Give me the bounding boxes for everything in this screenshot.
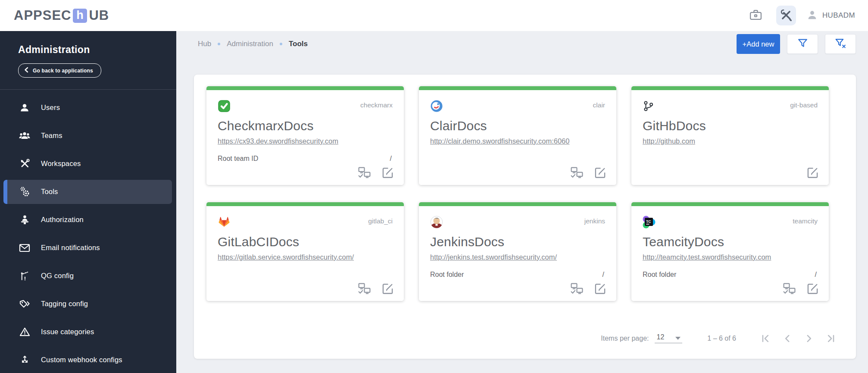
card-status-bar — [419, 202, 616, 206]
admin-tools-button[interactable] — [776, 6, 796, 25]
edit-button[interactable] — [380, 165, 395, 180]
tool-type-label: gitlab_ci — [368, 217, 393, 225]
sidebar-item-workspaces[interactable]: Workspaces — [0, 150, 176, 178]
edit-button[interactable] — [592, 165, 608, 180]
jenkins-icon — [430, 216, 443, 230]
sidebar-item-label: Authorization — [41, 216, 84, 224]
tool-card-clair: clair ClairDocs http://clair.demo.swordf… — [419, 86, 616, 185]
healthcheck-button[interactable] — [569, 165, 584, 180]
applications-button[interactable] — [746, 6, 766, 25]
sidebar-item-label: Email notifications — [41, 244, 100, 252]
tool-name: GitHbDocs — [643, 119, 818, 133]
sidebar-item-users[interactable]: Users — [0, 94, 176, 122]
tool-url-link[interactable]: http://jenkins.test.swordfishsecurity.co… — [430, 253, 557, 261]
sidebar-item-teams[interactable]: Teams — [0, 122, 176, 150]
sidebar-item-label: Users — [41, 103, 60, 112]
filter-funnel-icon — [797, 38, 808, 50]
tool-card-teamcity: TC teamcity TeamcityDocs http://teamcity… — [631, 202, 829, 301]
root-value: / — [390, 155, 392, 163]
items-per-page-label: Items per page: — [601, 335, 649, 342]
healthcheck-button[interactable] — [356, 165, 372, 180]
items-per-page-select[interactable]: 12 — [655, 333, 682, 343]
edit-button[interactable] — [805, 165, 820, 180]
healthcheck-button[interactable] — [356, 281, 372, 296]
username-label: HUBADM — [822, 11, 855, 20]
sidebar-item-label: QG config — [41, 272, 74, 280]
tool-name: ClairDocs — [430, 119, 605, 133]
top-bar: APPSEC h UB — [0, 0, 868, 31]
healthcheck-button[interactable] — [569, 281, 584, 296]
filter-button[interactable] — [787, 34, 818, 54]
tool-type-label: git-based — [790, 101, 818, 109]
tool-card-git: git-based GitHbDocs http://github.com — [631, 86, 829, 185]
split-arrows-icon — [19, 354, 31, 365]
tool-type-label: jenkins — [584, 217, 605, 225]
card-status-bar — [631, 202, 829, 206]
appsechub-logo: APPSEC h UB — [14, 8, 109, 23]
tool-card-jenkins: jenkins JenkinsDocs http://jenkins.test.… — [419, 202, 616, 301]
envelope-icon — [19, 243, 31, 253]
root-label: Root team ID — [218, 155, 258, 163]
breadcrumb-hub[interactable]: Hub — [198, 40, 211, 48]
tool-url-link[interactable]: https://cx93.dev.swordfishsecurity.com — [218, 137, 338, 145]
edit-button[interactable] — [805, 281, 820, 296]
next-page-button[interactable] — [803, 332, 815, 344]
sidebar-item-label: Custom webhook configs — [41, 356, 122, 364]
tool-url-link[interactable]: http://clair.demo.swordfishsecurity.com:… — [430, 137, 569, 145]
card-status-bar — [206, 202, 404, 206]
card-status-bar — [631, 86, 829, 90]
last-page-button[interactable] — [824, 332, 836, 344]
logo-h-tile: h — [73, 9, 87, 23]
clear-filter-button[interactable] — [825, 34, 856, 54]
add-new-button[interactable]: +Add new — [737, 34, 780, 54]
tools-panel: checkmarx CheckmarxDocs https://cx93.dev… — [194, 75, 856, 359]
user-avatar-icon — [806, 9, 818, 22]
sidebar-item-email-notifications[interactable]: Email notifications — [0, 234, 176, 262]
first-page-button[interactable] — [760, 332, 771, 344]
sidebar-item-qg-config[interactable]: QG config — [0, 262, 176, 290]
warning-triangle-icon — [19, 327, 31, 337]
tool-url-link[interactable]: https://gitlab.service.swordfishsecurity… — [218, 253, 354, 261]
sidebar-item-tagging-config[interactable]: Tagging config — [0, 290, 176, 318]
tag-icon — [19, 299, 31, 309]
tool-name: GitLabCIDocs — [218, 235, 393, 249]
breadcrumb-administration[interactable]: Administration — [227, 40, 273, 48]
main-content: Hub Administration Tools +Add new — [176, 31, 868, 373]
edit-button[interactable] — [380, 281, 395, 296]
logo-suffix: UB — [89, 8, 109, 23]
tool-type-label: checkmarx — [360, 101, 393, 109]
go-back-label: Go back to applications — [33, 68, 93, 74]
root-label: Root folder — [430, 271, 464, 279]
sidebar-nav: Users Teams Workspaces — [0, 90, 176, 373]
sidebar-item-custom-webhook-configs[interactable]: Custom webhook configs — [0, 346, 176, 373]
filter-clear-icon — [835, 38, 846, 50]
tools-card-grid: checkmarx CheckmarxDocs https://cx93.dev… — [194, 75, 856, 301]
items-per-page-value: 12 — [656, 333, 664, 341]
card-status-bar — [419, 86, 616, 90]
previous-page-button[interactable] — [781, 332, 793, 344]
healthcheck-button[interactable] — [781, 281, 797, 296]
edit-button[interactable] — [592, 281, 608, 296]
gears-icon — [19, 186, 31, 197]
sidebar-item-issue-categories[interactable]: Issue categories — [0, 318, 176, 346]
gate-barrier-icon — [19, 271, 31, 281]
tool-name: TeamcityDocs — [643, 235, 818, 249]
root-label: Root folder — [643, 271, 676, 279]
tool-name: CheckmarxDocs — [218, 119, 393, 133]
wrench-screwdriver-icon — [780, 9, 793, 23]
hammer-wrench-icon — [19, 158, 31, 169]
gitlab-icon — [218, 216, 231, 229]
sidebar-item-authorization[interactable]: Authorization — [0, 206, 176, 234]
go-back-button[interactable]: Go back to applications — [18, 63, 101, 78]
svg-text:TC: TC — [646, 219, 651, 224]
user-menu[interactable]: HUBADM — [806, 9, 855, 22]
git-branch-icon — [643, 100, 655, 114]
tool-url-link[interactable]: http://github.com — [643, 137, 695, 145]
tool-name: JenkinsDocs — [430, 235, 605, 249]
tool-card-checkmarx: checkmarx CheckmarxDocs https://cx93.dev… — [206, 86, 404, 185]
tool-url-link[interactable]: http://teamcity.test.swordfishsecurity.c… — [643, 253, 771, 261]
page-range-label: 1 – 6 of 6 — [707, 335, 736, 342]
chevron-left-icon — [24, 67, 28, 74]
checkmarx-icon — [218, 100, 231, 114]
sidebar-item-tools[interactable]: Tools — [3, 180, 172, 204]
